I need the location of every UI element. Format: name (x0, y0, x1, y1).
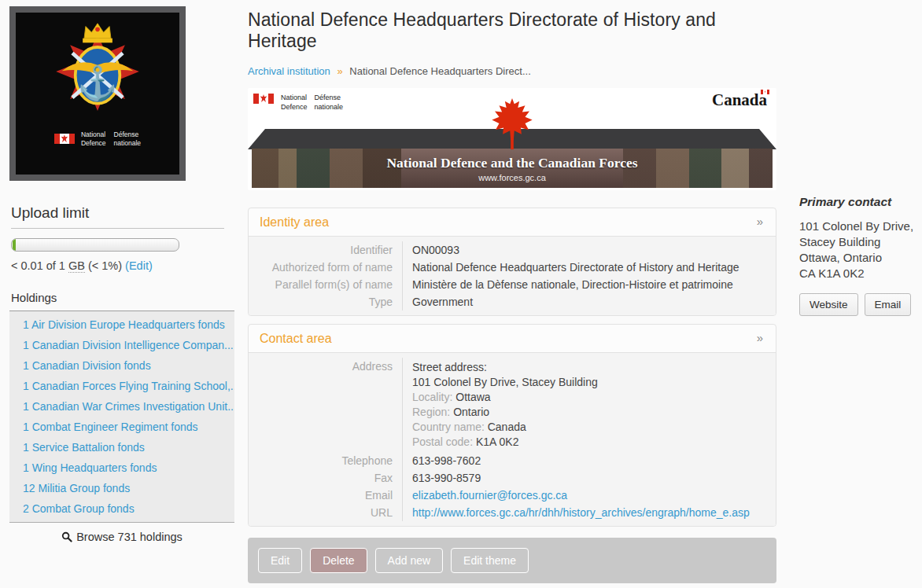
field-label: URL (249, 504, 403, 521)
field-row-address: Address Street address: 101 Colonel By D… (249, 358, 776, 452)
banner-url: www.forces.gc.ca (386, 173, 637, 182)
country-value: Canada (488, 421, 526, 433)
context-sidebar: Primary contact 101 Colonel By Drive, St… (799, 0, 922, 583)
upload-unit: GB (68, 259, 85, 273)
field-row-telephone: Telephone 613-998-7602 (249, 452, 776, 469)
field-label: Address (249, 358, 403, 452)
left-sidebar: ⚓ NationalDefence Défensenationale Uploa… (0, 0, 235, 583)
banner-photo-left (252, 149, 401, 188)
page-title: National Defence Headquarters Directorat… (248, 9, 776, 52)
divider (11, 228, 224, 229)
holding-link[interactable]: 1 Canadian Forces Flying Training School… (9, 376, 234, 396)
street-address-label: Street address: (412, 360, 598, 375)
field-value: Government (403, 293, 484, 311)
logo-fip-row: NationalDefence Défensenationale (54, 130, 141, 147)
holding-link[interactable]: 1 Canadian War Crimes Investigation Unit… (9, 396, 234, 417)
field-label: Authorized form of name (249, 259, 403, 276)
field-label: Telephone (249, 452, 403, 469)
field-row: Authorized form of name National Defence… (249, 259, 776, 276)
field-row-email: Email elizabeth.fournier@forces.gc.ca (249, 487, 776, 504)
search-icon (61, 531, 72, 542)
breadcrumb-archival-institution-link[interactable]: Archival institution (248, 65, 330, 77)
institution-logo[interactable]: ⚓ NationalDefence Défensenationale (9, 6, 186, 181)
institution-logo-image: ⚓ NationalDefence Défensenationale (16, 13, 179, 175)
field-value: Street address: 101 Colonel By Drive, St… (403, 358, 609, 452)
fax-value: 613-990-8579 (403, 469, 492, 487)
holding-link[interactable]: 1 Air Division Europe Headquarters fonds (9, 314, 234, 335)
canada-flag-icon (54, 134, 75, 144)
field-label: Parallel form(s) of name (249, 276, 403, 293)
field-value: Ministère de la Dèfense nationale, Direc… (403, 276, 744, 293)
field-row: Parallel form(s) of name Ministère de la… (249, 276, 776, 293)
main-content: National Defence Headquarters Directorat… (248, 0, 776, 583)
upload-limit-progress-fill (13, 239, 16, 251)
page-layout: ⚓ NationalDefence Défensenationale Uploa… (0, 0, 922, 583)
canada-wordmark: Canada (712, 90, 767, 110)
field-row: Identifier ON00093 (249, 241, 776, 259)
identity-area-header: Identity area » (249, 208, 776, 236)
address-line: Stacey Building (799, 234, 922, 250)
street-address-value: 101 Colonel By Drive, Stacey Building (412, 375, 598, 390)
holding-link[interactable]: 1 Canadian Division fonds (9, 355, 234, 376)
upload-usage-text: < 0.01 of 1 GB (< 1%) (Edit) (11, 259, 235, 272)
contact-area-section: Contact area » Address Street address: 1… (248, 324, 776, 527)
svg-text:⚓: ⚓ (77, 64, 118, 103)
website-button[interactable]: Website (799, 293, 858, 316)
breadcrumb-current: National Defence Headquarters Direct... (349, 65, 531, 77)
holding-link[interactable]: 12 Militia Group fonds (9, 478, 234, 498)
banner-title: National Defence and the Canadian Forces (386, 155, 637, 171)
upload-limit-heading: Upload limit (11, 204, 235, 222)
holding-link[interactable]: 1 Canadian Division Intelligence Compan.… (9, 335, 234, 355)
canada-flag-icon (761, 90, 769, 94)
contact-area-body: Address Street address: 101 Colonel By D… (249, 352, 776, 526)
address-line: Ottawa, Ontario (799, 250, 922, 266)
edit-button[interactable]: Edit (258, 548, 302, 573)
edit-theme-button[interactable]: Edit theme (451, 548, 529, 573)
holdings-list: 1 Air Division Europe Headquarters fonds… (9, 311, 234, 523)
institution-banner-image: NationalDefence Défensenationale Canada … (248, 88, 776, 190)
upload-limit-edit-link[interactable]: (Edit) (125, 259, 153, 272)
banner-fip: NationalDefence Défensenationale (253, 94, 343, 112)
canadian-forces-crest-icon: ⚓ (46, 17, 149, 129)
field-row-url: URL http://www.forces.gc.ca/hr/dhh/histo… (249, 504, 776, 521)
region-value: Ontario (453, 406, 489, 418)
upload-limit-progressbar (11, 238, 179, 252)
address-line: 101 Colonel By Drive, (799, 219, 922, 234)
primary-contact-address: 101 Colonel By Drive, Stacey Building Ot… (799, 219, 922, 281)
field-row: Type Government (249, 293, 776, 311)
holding-link[interactable]: 1 Service Battalion fonds (9, 437, 234, 458)
expand-section-icon: » (757, 215, 763, 228)
identity-area-body: Identifier ON00093 Authorized form of na… (249, 236, 776, 315)
holding-link[interactable]: 1 Combat Engineer Regiment fonds (9, 417, 234, 437)
holdings-heading: Holdings (11, 291, 235, 304)
banner-band: National Defence and the Canadian Forces… (252, 149, 773, 188)
field-label: Identifier (249, 241, 403, 259)
field-label: Type (249, 293, 403, 311)
banner-photo-right (623, 149, 773, 188)
telephone-value: 613-998-7602 (403, 452, 492, 469)
email-link[interactable]: elizabeth.fournier@forces.gc.ca (412, 489, 567, 502)
postal-code-value: K1A 0K2 (476, 435, 519, 448)
actions-bar: Edit Delete Add new Edit theme (248, 538, 776, 583)
field-value: ON00093 (403, 241, 470, 259)
identity-area-section: Identity area » Identifier ON00093 Autho… (248, 208, 776, 316)
expand-section-icon: » (757, 331, 763, 344)
delete-button[interactable]: Delete (310, 548, 367, 573)
canada-flag-icon (253, 94, 274, 104)
field-label: Fax (249, 469, 403, 487)
maple-leaf-icon (489, 98, 535, 150)
primary-contact-heading: Primary contact (799, 195, 922, 209)
url-link[interactable]: http://www.forces.gc.ca/hr/dhh/history_a… (412, 506, 750, 519)
holding-link[interactable]: 2 Combat Group fonds (9, 498, 234, 519)
breadcrumb-separator-icon: » (337, 65, 342, 77)
address-line: CA K1A 0K2 (799, 266, 922, 281)
locality-value: Ottawa (455, 391, 490, 403)
contact-area-header: Contact area » (249, 325, 776, 352)
holding-link[interactable]: 1 Wing Headquarters fonds (9, 458, 234, 478)
add-new-button[interactable]: Add new (375, 548, 443, 573)
field-label: Email (249, 487, 403, 504)
email-button[interactable]: Email (865, 293, 912, 316)
browse-holdings-link[interactable]: Browse 731 holdings (9, 531, 234, 543)
breadcrumb: Archival institution » National Defence … (248, 65, 776, 77)
field-row-fax: Fax 613-990-8579 (249, 469, 776, 487)
